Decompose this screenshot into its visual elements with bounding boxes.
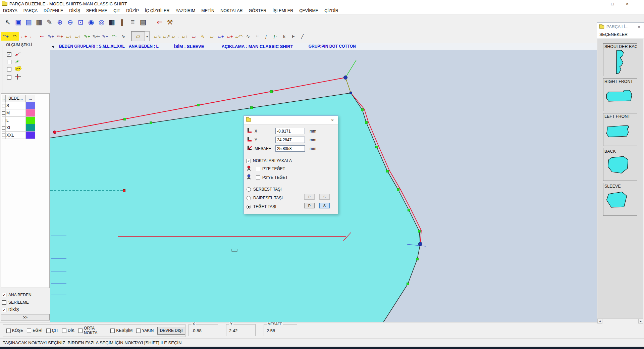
- snap-option-checkbox[interactable]: ✓: [46, 329, 51, 333]
- measure-line-green-row[interactable]: ✓: [7, 59, 21, 65]
- zoom-extents-icon[interactable]: ◉: [86, 16, 96, 28]
- expand-panel-button[interactable]: >>: [1, 314, 50, 320]
- curve-add-icon[interactable]: ◠+: [1, 32, 10, 41]
- menu-item[interactable]: SERİLEME: [83, 7, 110, 14]
- tangent-p-button[interactable]: P: [304, 203, 315, 208]
- zoom-window-icon[interactable]: ⊡: [75, 16, 86, 28]
- size-row[interactable]: ✓ XXL: [2, 132, 35, 139]
- tools-icon[interactable]: ⚒: [165, 16, 175, 28]
- menu-item[interactable]: DÜZENLE: [41, 7, 66, 14]
- point-drag-icon[interactable]: ⇠: [37, 32, 46, 41]
- measure-flag-row[interactable]: ✓: [7, 66, 22, 72]
- horizontal-grid-icon[interactable]: ≡: [127, 16, 138, 28]
- size-row[interactable]: ✓ M: [2, 109, 35, 117]
- free-move-radio-row[interactable]: SERBEST TAŞI: [247, 186, 282, 193]
- close-button[interactable]: ×: [620, 0, 635, 7]
- size-color-swatch[interactable]: [26, 109, 35, 116]
- size-checkbox[interactable]: ✓: [2, 134, 5, 137]
- plot-icon[interactable]: ✎: [44, 16, 55, 28]
- piece-rotate2-icon[interactable]: ▱+: [216, 32, 225, 41]
- snap-option[interactable]: ✓ ORTA NOKTA: [78, 326, 107, 335]
- ana-beden-toggle[interactable]: ✓ ANA BEDEN: [2, 291, 32, 299]
- snap-option[interactable]: ✓ YAKIN: [136, 326, 154, 335]
- menu-item[interactable]: PARÇA: [20, 7, 41, 14]
- menu-item[interactable]: ÇEVİRME: [296, 7, 321, 14]
- minimize-button[interactable]: −: [590, 0, 605, 7]
- zoom-out-icon[interactable]: ⊖: [65, 16, 75, 28]
- piece-curve-icon[interactable]: ▱◠: [234, 32, 244, 41]
- parts-options-menu[interactable]: SEÇENEKLER: [597, 31, 644, 38]
- sizes-header-color[interactable]: ...: [26, 95, 35, 102]
- draw-line-icon[interactable]: ╱: [298, 32, 307, 41]
- measure-cross-checkbox[interactable]: ✓: [7, 75, 11, 80]
- part-thumb-right-front[interactable]: RIGHT FRONT: [603, 78, 637, 111]
- snap-option-checkbox[interactable]: ✓: [136, 329, 141, 333]
- dikis-toggle[interactable]: ✓ DİKİŞ: [2, 306, 32, 313]
- piece-rotate-icon[interactable]: ▱↑: [180, 32, 189, 41]
- scroll-left-icon[interactable]: ◄: [597, 319, 602, 323]
- tangent-p1-row[interactable]: ✓ P1'E TEĞET: [246, 165, 285, 172]
- menu-item[interactable]: DİKİŞ: [66, 7, 83, 14]
- measure-line-red-row[interactable]: ✓: [7, 51, 21, 57]
- ruler-curve-icon[interactable]: ∿: [198, 32, 207, 41]
- pin-add-icon[interactable]: ✎+: [46, 32, 55, 41]
- x-input[interactable]: [275, 128, 305, 134]
- tangent-p2-checkbox[interactable]: ✓: [256, 176, 260, 180]
- serileme-checkbox[interactable]: ✓: [2, 300, 6, 305]
- snap-option[interactable]: ✓ KÖŞE: [6, 326, 23, 335]
- piece-corner-icon[interactable]: ▱↘: [153, 32, 162, 41]
- snap-option-checkbox[interactable]: ✓: [110, 329, 115, 333]
- size-row-checkbox-cell[interactable]: ✓: [2, 117, 6, 124]
- fullness-icon[interactable]: ƒ: [262, 32, 271, 41]
- size-color-swatch[interactable]: [26, 124, 35, 131]
- size-row-checkbox-cell[interactable]: ✓: [2, 102, 6, 109]
- size-color-swatch[interactable]: [26, 102, 35, 109]
- exit-icon[interactable]: ⇐: [154, 16, 165, 28]
- snap-option[interactable]: ✓ DİK: [62, 326, 74, 335]
- snap-points-row[interactable]: ✓ NOKTALARI YAKALA: [247, 157, 292, 164]
- piece-extract-icon[interactable]: ▱↓: [64, 32, 73, 41]
- sizes-header-name[interactable]: BEDE...: [6, 95, 26, 102]
- menu-item[interactable]: GÖSTER: [246, 7, 270, 14]
- save-icon[interactable]: ▣: [13, 16, 23, 28]
- ana-beden-checkbox[interactable]: ✓: [2, 293, 6, 297]
- point-blue-right[interactable]: [419, 242, 422, 246]
- ruler-add-icon[interactable]: ✏+: [55, 32, 64, 41]
- scroll-right-icon[interactable]: ►: [638, 319, 643, 323]
- pattern-piece[interactable]: [50, 93, 420, 322]
- curve-point-icon[interactable]: ◠·: [110, 32, 119, 41]
- size-row[interactable]: ✓ XL: [2, 124, 35, 132]
- seam-gather-icon[interactable]: ≈: [253, 32, 262, 41]
- ruler-mm-icon[interactable]: ▭: [189, 32, 198, 41]
- menu-item[interactable]: İÇ ÇİZGİLER: [142, 7, 173, 14]
- size-checkbox[interactable]: ✓: [2, 119, 5, 122]
- data-table-icon[interactable]: ▤: [138, 16, 148, 28]
- select-arrow-icon[interactable]: ↖: [3, 16, 13, 28]
- dialog-title-bar[interactable]: ×: [244, 116, 338, 124]
- snap-option[interactable]: ✓ KESİŞİM: [110, 326, 132, 335]
- active-piece-dropdown[interactable]: ▾: [145, 31, 150, 41]
- measure-flag-checkbox[interactable]: ✓: [7, 67, 11, 71]
- menu-item[interactable]: ÇİZDİR: [321, 7, 341, 14]
- maximize-button[interactable]: □: [605, 0, 620, 7]
- piece-plain-icon[interactable]: ▱: [207, 32, 216, 41]
- piece-up-icon[interactable]: ▱↗: [162, 32, 171, 41]
- parts-title-bar[interactable]: PARÇA Lİ... ×: [597, 23, 644, 31]
- free-move-radio[interactable]: [247, 187, 251, 192]
- size-checkbox[interactable]: ✓: [2, 126, 5, 130]
- parts-close-icon[interactable]: ×: [636, 24, 642, 30]
- snap-option[interactable]: ✓ ÇIT: [46, 326, 58, 335]
- menu-item[interactable]: İŞLEMLER: [269, 7, 296, 14]
- disable-snap-button[interactable]: DEVRE DIŞI: [157, 327, 185, 335]
- piece-in-icon[interactable]: ▱→: [171, 32, 180, 41]
- part-thumb-back[interactable]: BACK: [603, 148, 637, 181]
- pleat-icon[interactable]: k: [280, 32, 289, 41]
- piece-merge-icon[interactable]: ▱↑: [73, 32, 83, 41]
- menu-item[interactable]: NOKTALAR: [217, 7, 246, 14]
- snap-option-checkbox[interactable]: ✓: [78, 329, 83, 333]
- distance-input[interactable]: [275, 145, 305, 152]
- active-piece-button[interactable]: ▱: [131, 31, 145, 41]
- y-input[interactable]: [275, 137, 305, 143]
- point-equal-icon[interactable]: ←=: [28, 32, 37, 41]
- menu-item[interactable]: DÜZİP: [123, 7, 142, 14]
